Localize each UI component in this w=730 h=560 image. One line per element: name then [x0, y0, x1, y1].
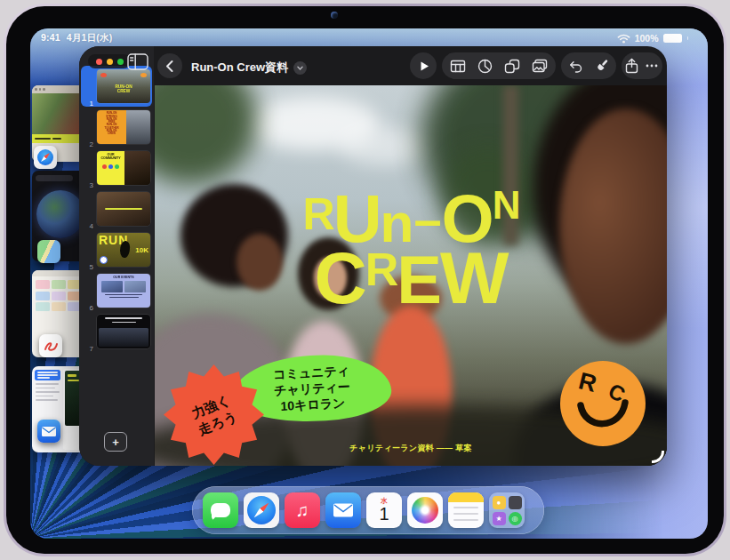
freeform-thumb-toolbar	[32, 270, 85, 276]
slide-thumbnail-row-3[interactable]: 3 OUR COMMUNITY	[79, 151, 154, 190]
wifi-icon	[617, 34, 630, 44]
mail-thumb-selected-row	[35, 370, 60, 380]
chart-icon	[477, 59, 493, 74]
motivation-sticker-text: 力強く 走ろう	[189, 391, 239, 438]
add-slide-button[interactable]: +	[104, 432, 127, 452]
photo-foliage	[155, 85, 257, 184]
status-bar-left: 9:41 4月1日(水)	[41, 32, 112, 44]
freeform-thumb-board	[32, 276, 85, 315]
slide-7-mini-textline	[105, 317, 142, 319]
title-letter: C	[315, 245, 365, 311]
shapes-button[interactable]	[501, 54, 524, 77]
slide-number: 4	[83, 222, 93, 230]
table-button[interactable]	[446, 54, 469, 77]
slide-6-mini-photos	[97, 281, 150, 292]
slide-number: 3	[83, 181, 93, 189]
notes-line	[453, 507, 478, 508]
slide-title-line2: CREW	[155, 245, 667, 311]
media-button[interactable]	[528, 54, 551, 77]
play-button[interactable]	[410, 52, 437, 79]
slide-7-mini-textline	[112, 322, 136, 324]
music-note-icon: ♫	[296, 500, 309, 521]
insert-tools-group	[442, 52, 556, 79]
dock: ♫ 水 1 ● ★ ◎	[192, 486, 544, 534]
slide-6-thumbnail[interactable]: OUR EVENTS	[97, 274, 150, 308]
plus-icon: +	[112, 436, 119, 449]
envelope-icon	[333, 502, 354, 518]
title-disclosure-button[interactable]	[293, 61, 307, 75]
notes-header	[448, 492, 484, 502]
close-window-dot[interactable]	[96, 59, 102, 65]
format-brush-button[interactable]	[590, 54, 614, 77]
photo-cloud	[339, 127, 431, 165]
slide-thumbnail-row-7[interactable]: 7	[79, 315, 154, 354]
slide-number: 7	[83, 345, 93, 353]
slide-4-mini-textline	[105, 208, 142, 210]
slide-navigator-toggle-button[interactable]	[126, 52, 149, 71]
rc-smiley-logo[interactable]: R C	[560, 361, 646, 446]
slide-title-line1: RUn–ON	[155, 188, 667, 249]
notes-app-icon[interactable]	[448, 492, 484, 528]
photos-app-icon[interactable]	[407, 492, 443, 528]
slide-thumbnail-row-6[interactable]: 6 OUR EVENTS	[79, 274, 154, 313]
undo-button[interactable]	[564, 54, 587, 77]
slide-7-thumbnail[interactable]	[97, 315, 150, 348]
app-library-tile-yellow: ●	[493, 496, 506, 509]
safari-dock-icon[interactable]	[244, 492, 279, 528]
slide-5-mini-10k: 10K	[135, 246, 148, 254]
zoom-window-dot[interactable]	[117, 59, 124, 65]
play-icon	[417, 60, 430, 73]
slide-title[interactable]: RUn–ON CREW	[155, 188, 667, 311]
app-library-icon[interactable]: ● ★ ◎	[489, 492, 525, 528]
status-date: 4月1日(水)	[67, 32, 113, 44]
mail-thumb-row	[36, 399, 58, 401]
slide-4-thumbnail[interactable]	[97, 192, 150, 226]
slide-canvas: RUn–ON CREW コミュニティ チャリティー 10キロラン 力強く 走ろう	[155, 85, 667, 466]
slide-thumbnail-row-5[interactable]: 5 RUN 10K	[79, 233, 154, 272]
slide-number: 6	[83, 304, 93, 312]
slide-7-mini-photo	[99, 328, 148, 347]
mail-dock-icon[interactable]	[325, 492, 361, 528]
slide-5-mini-badge	[100, 256, 108, 264]
status-bar-right: 100%	[617, 33, 688, 44]
maps-thumb-searchbar	[36, 175, 73, 181]
format-brush-icon	[594, 58, 610, 74]
share-button[interactable]	[622, 54, 642, 77]
compass-icon	[247, 496, 276, 524]
slide-3-mini-panel: OUR COMMUNITY	[97, 151, 124, 185]
freeform-app-icon[interactable]	[39, 334, 62, 357]
slide-number: 5	[83, 263, 93, 271]
slide-thumbnail-row-1[interactable]: 1 RUN-ON CREW	[79, 69, 154, 108]
mail-app-icon[interactable]	[37, 420, 60, 443]
back-button[interactable]	[157, 53, 182, 78]
logo-letter-r: R	[576, 367, 599, 398]
document-title-menu[interactable]: Run-On Crew資料	[191, 60, 307, 76]
safari-thumb-titlebar	[32, 85, 85, 93]
slide-thumbnail-row-4[interactable]: 4	[79, 192, 154, 231]
calendar-app-icon[interactable]: 水 1	[366, 492, 402, 528]
maps-app-icon[interactable]	[37, 240, 60, 263]
app-library-tile-purple: ★	[493, 512, 506, 525]
maps-thumb-globe	[36, 190, 84, 238]
chart-button[interactable]	[474, 54, 497, 77]
safari-thumb-photo	[32, 93, 85, 134]
window-controls[interactable]	[88, 54, 131, 68]
mail-thumb-row	[36, 391, 60, 393]
undo-icon	[567, 59, 583, 74]
safari-app-icon[interactable]	[34, 146, 57, 169]
mail-thumb-row	[36, 396, 53, 397]
title-letter: E	[397, 250, 440, 310]
slide-2-thumbnail[interactable]: RUN-ON STRONG RUN-ON FREE RUN-ON TOGETHE…	[97, 110, 150, 144]
minimize-window-dot[interactable]	[107, 59, 113, 65]
messages-app-icon[interactable]	[203, 492, 238, 528]
slide-thumbnail-row-2[interactable]: 2 RUN-ON STRONG RUN-ON FREE RUN-ON TOGET…	[79, 110, 154, 149]
chat-bubble-icon	[211, 503, 230, 517]
music-app-icon[interactable]: ♫	[285, 492, 320, 528]
more-button[interactable]	[642, 54, 662, 77]
mail-thumb-row	[36, 388, 55, 389]
community-badge-line: 10キロラン	[280, 395, 346, 414]
slide-3-thumbnail[interactable]: OUR COMMUNITY	[97, 151, 150, 185]
title-letter: n	[381, 198, 413, 248]
slide-1-thumbnail[interactable]: RUN-ON CREW	[97, 69, 150, 103]
slide-5-thumbnail[interactable]: RUN 10K	[97, 233, 150, 267]
